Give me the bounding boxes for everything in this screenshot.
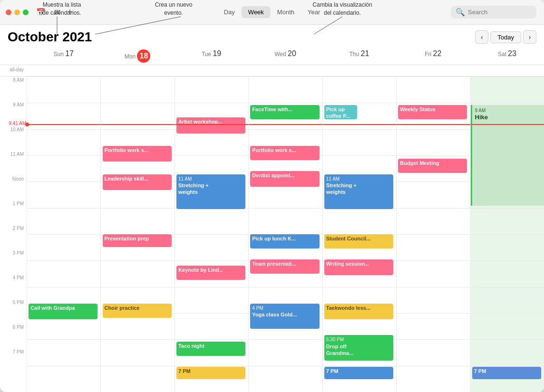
current-time-line-wed (249, 124, 322, 125)
time-3pm: 3 PM (0, 249, 27, 274)
event-team-presentation[interactable]: Team presentati... (250, 259, 319, 274)
event-writing-session[interactable]: Writing session... (324, 259, 393, 275)
day-fri: Fri 22 (396, 48, 470, 65)
time-11am: 11 AM (0, 151, 27, 175)
col-mon18: Portfolio work s... Leadership skill... … (100, 76, 174, 392)
event-keynote[interactable]: Keynote by Lind... (176, 266, 245, 280)
view-month-button[interactable]: Month (271, 6, 301, 18)
next-button[interactable]: › (523, 30, 536, 44)
current-time-line: 9:41 AM (27, 124, 100, 125)
current-time-line-fri (397, 124, 470, 125)
event-yoga[interactable]: 4 PM Yoga class Gold... (250, 304, 319, 329)
current-time-line-tue (175, 124, 248, 125)
time-6pm: 6 PM (0, 324, 27, 348)
toolbar-right: 🔍 (451, 6, 536, 19)
event-pickup-lunch[interactable]: Pick up lunch K... (250, 234, 319, 249)
col-fri22: Weekly Status Budget Meeting (396, 76, 470, 392)
col-sat23: 9 AM Hike 7 PM (470, 76, 544, 392)
event-weekly-status[interactable]: Weekly Status (398, 105, 467, 119)
allday-tue (175, 65, 248, 76)
event-portfolio-mon[interactable]: Portfolio work s... (103, 146, 172, 162)
allday-label: all-day (0, 65, 27, 76)
search-input[interactable] (468, 9, 532, 16)
time-8am: 8 AM (0, 76, 27, 101)
maximize-button[interactable] (23, 10, 29, 15)
current-time-line-thu (323, 124, 396, 125)
allday-wed (248, 65, 322, 76)
inbox-icon[interactable]: ✉ (52, 7, 62, 18)
event-presentation-prep[interactable]: Presentation prep (103, 234, 172, 247)
time-2pm: 2 PM (0, 225, 27, 249)
traffic-lights (6, 10, 29, 15)
col-wed20: FaceTime with... Portfolio work s... Den… (248, 76, 322, 392)
time-noon: Noon (0, 175, 27, 200)
col-sun17: 9:41 AM Call with Grandpa (27, 76, 100, 392)
calendar-list-icon[interactable]: 📅 (34, 7, 48, 18)
event-artist-workshop[interactable]: Artist workshop... (176, 117, 245, 133)
event-facetime[interactable]: FaceTime with... (250, 105, 319, 119)
event-leadership[interactable]: Leadership skill... (103, 174, 172, 190)
event-7pm-tue[interactable]: 7 PM (176, 367, 245, 380)
allday-sun (27, 65, 100, 76)
prev-button[interactable]: ‹ (475, 30, 488, 44)
day-wed: Wed 20 (248, 48, 322, 65)
event-student-council[interactable]: Student Council... (324, 234, 393, 249)
current-time-label: 9:41 AM (9, 121, 27, 126)
event-stretching-tue[interactable]: 11 AM Stretching +weights (176, 174, 245, 209)
view-year-button[interactable]: Year (301, 6, 327, 18)
event-portfolio-wed[interactable]: Portfolio work s... (250, 146, 319, 160)
event-call-grandpa[interactable]: Call with Grandpa (29, 304, 97, 319)
event-choir[interactable]: Choir practice (103, 304, 172, 318)
event-hike[interactable]: 9 AM Hike (471, 105, 544, 206)
time-7pm: 7 PM (0, 348, 27, 373)
event-taekwondo[interactable]: Taekwondo less... (324, 304, 393, 319)
titlebar: 📅 ✉ + Day Week Month Year 🔍 (0, 0, 544, 25)
event-taco-night[interactable]: Taco night (176, 342, 245, 356)
time-col-header (0, 48, 27, 65)
day-sun: Sun 17 (27, 48, 100, 65)
day-tue: Tue 19 (175, 48, 248, 65)
allday-mon (100, 65, 174, 76)
allday-sat (470, 65, 544, 76)
search-bar[interactable]: 🔍 (451, 6, 536, 19)
view-switcher: Day Week Month Year (217, 6, 327, 18)
allday-thu (322, 65, 396, 76)
event-7pm-thu[interactable]: 7 PM (324, 367, 393, 380)
view-week-button[interactable]: Week (242, 6, 271, 18)
day-mon: Mon 18 (100, 48, 174, 65)
time-4pm: 4 PM (0, 274, 27, 299)
event-dropoff-grandma[interactable]: 5:30 PM Drop offGrandma... (324, 335, 393, 360)
time-1pm: 1 PM (0, 200, 27, 225)
time-10am: 10 AM (0, 126, 27, 151)
add-event-button[interactable]: + (67, 7, 73, 18)
allday-fri (396, 65, 470, 76)
col-tue19: Artist workshop... 11 AM Stretching +wei… (175, 76, 248, 392)
today-button[interactable]: Today (490, 31, 521, 43)
event-budget-meeting[interactable]: Budget Meeting (398, 159, 467, 173)
allday-row: all-day (0, 65, 544, 76)
event-pickup-coffee[interactable]: Pick up coffee P... (324, 105, 357, 119)
day-sat: Sat 23 (470, 48, 544, 65)
current-time-line-mon (101, 124, 174, 125)
current-time-line-sat (471, 124, 544, 125)
toolbar-left: 📅 ✉ + (34, 7, 73, 18)
calendar-window: Muestra la listade calendarios. Crea un … (0, 0, 544, 392)
view-day-button[interactable]: Day (217, 6, 242, 18)
event-dentist[interactable]: Dentist appoint... (250, 171, 319, 187)
event-stretching-thu[interactable]: 11 AM Stretching +weights (324, 174, 393, 209)
col-thu21: Pick up coffee P... 11 AM Stretching +we… (322, 76, 396, 392)
close-button[interactable] (6, 10, 11, 15)
calendar-header: October 2021 ‹ Today › (0, 25, 544, 48)
time-grid-wrapper: 8 AM 9 AM 10 AM 11 AM Noon 1 PM 2 PM 3 P… (0, 76, 544, 392)
time-5pm: 5 PM (0, 299, 27, 324)
month-title: October 2021 (8, 29, 92, 45)
search-icon: 🔍 (456, 8, 465, 17)
days-header: Sun 17 Mon 18 Tue 19 Wed 20 Thu 21 Fri 2… (0, 48, 544, 65)
event-7pm-sat[interactable]: 7 PM (472, 367, 541, 380)
minimize-button[interactable] (14, 10, 20, 15)
time-grid: 8 AM 9 AM 10 AM 11 AM Noon 1 PM 2 PM 3 P… (0, 76, 544, 392)
nav-buttons: ‹ Today › (475, 30, 536, 44)
day-thu: Thu 21 (322, 48, 396, 65)
